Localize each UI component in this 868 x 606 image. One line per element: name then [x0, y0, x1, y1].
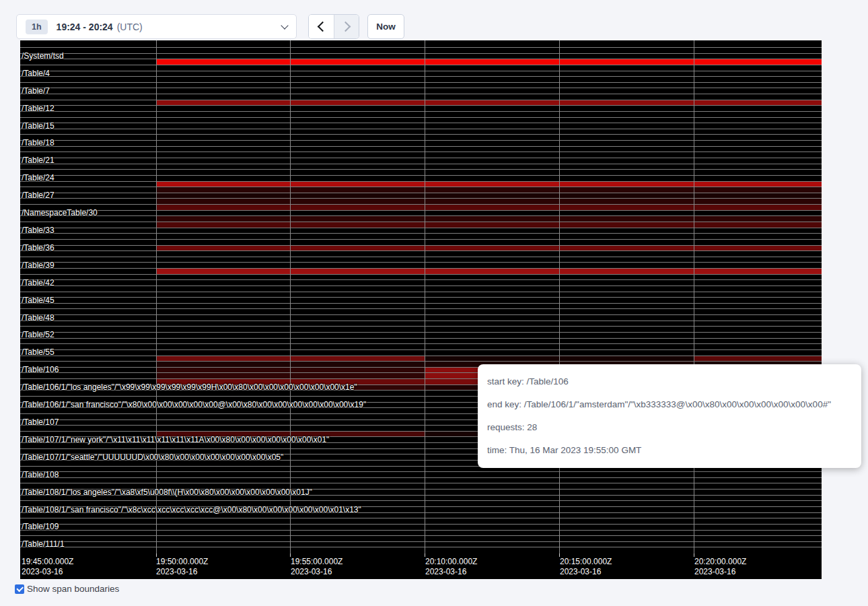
span-boundary-line	[20, 158, 822, 158]
span-boundary-line	[20, 111, 822, 112]
span-boundary-line	[20, 233, 822, 234]
span-boundary-line	[20, 477, 822, 478]
span-boundary-line	[20, 198, 822, 199]
row-key-label: /Table/7	[22, 86, 50, 96]
chevron-down-icon	[281, 22, 288, 29]
row-key-label: /Table/33	[22, 226, 55, 235]
span-boundary-line	[20, 343, 822, 344]
span-boundary-line	[20, 187, 822, 187]
row-key-label: /Table/106/1/"los angeles"/"\x99\x99\x99…	[22, 382, 357, 392]
span-boundary-line	[20, 222, 822, 222]
show-span-boundaries-checkbox[interactable]	[15, 584, 24, 594]
heatmap-band	[156, 245, 822, 251]
span-boundary-line	[20, 65, 822, 65]
chevron-left-icon	[317, 22, 328, 32]
span-boundary-line	[20, 361, 822, 362]
span-boundary-line	[20, 274, 822, 275]
row-key-label: /Table/107	[22, 417, 59, 427]
row-key-label: /System/tsd	[22, 51, 64, 61]
key-visualizer-canvas[interactable]: /System/tsd/Table/4/Table/7/Table/12/Tab…	[20, 40, 822, 579]
row-key-label: /Table/55	[22, 347, 55, 357]
axis-tick-label: 19:55:00.000Z2023-03-16	[291, 557, 342, 577]
axis-tick-label: 20:10:00.000Z2023-03-16	[425, 557, 477, 577]
row-key-label: /Table/24	[22, 173, 55, 182]
row-key-label: /Table/48	[22, 313, 55, 323]
row-key-label: /Table/107/1/"new york"/"\x11\x11\x11\x1…	[22, 435, 329, 444]
span-boundary-line	[20, 530, 822, 531]
span-boundary-line	[20, 100, 822, 100]
span-boundary-line	[20, 204, 822, 205]
span-boundary-line	[20, 94, 822, 94]
chevron-right-icon	[340, 22, 351, 32]
span-boundary-line	[20, 134, 822, 135]
span-boundary-line	[20, 297, 822, 298]
span-boundary-line	[20, 59, 822, 59]
time-range-preset-badge: 1h	[26, 20, 48, 34]
span-boundary-line	[20, 228, 822, 228]
heatmap-band	[156, 59, 822, 65]
axis-tick-label: 20:20:00.000Z2023-03-16	[694, 557, 746, 577]
span-boundary-line	[20, 53, 822, 54]
span-boundary-line	[20, 105, 822, 106]
heatmap-band	[156, 193, 822, 199]
axis-tick-label: 19:45:00.000Z2023-03-16	[22, 557, 73, 577]
row-key-label: /Table/52	[22, 330, 55, 339]
tooltip-time: time: Thu, 16 Mar 2023 19:55:00 GMT	[487, 444, 861, 457]
row-key-label: /Table/107/1/"seattle"/"UUUUUUD\x00\x80\…	[22, 452, 283, 462]
heatmap-band	[156, 187, 822, 193]
time-gridline	[290, 40, 291, 553]
span-boundary-line	[20, 349, 822, 350]
row-key-label: /Table/108/1/"san francisco"/"\x8c\xcc\x…	[22, 505, 361, 514]
span-boundary-line	[20, 268, 822, 269]
span-boundary-line	[20, 356, 822, 356]
time-gridline	[156, 40, 157, 553]
plot-area[interactable]: /System/tsd/Table/4/Table/7/Table/12/Tab…	[20, 40, 822, 553]
span-boundary-line	[20, 518, 822, 518]
now-button[interactable]: Now	[367, 14, 404, 39]
span-boundary-line	[20, 279, 822, 280]
span-boundary-line	[20, 47, 822, 48]
span-boundary-line	[20, 245, 822, 246]
span-boundary-line	[20, 483, 822, 483]
span-boundary-line	[20, 175, 822, 176]
time-range-label: 19:24 - 20:24	[57, 22, 113, 32]
span-boundaries-control: Show span boundaries	[15, 584, 119, 594]
heatmap-band	[156, 222, 822, 228]
show-span-boundaries-label: Show span boundaries	[27, 584, 119, 594]
next-range-button[interactable]	[334, 15, 359, 38]
span-boundary-line	[20, 169, 822, 170]
heatmap-band	[156, 198, 822, 204]
span-boundary-line	[20, 76, 822, 77]
span-boundary-line	[20, 303, 822, 304]
row-key-label: /Table/15	[22, 121, 55, 131]
span-boundary-line	[20, 541, 822, 542]
span-boundary-line	[20, 285, 822, 286]
span-boundary-line	[20, 314, 822, 315]
span-boundary-line	[20, 117, 822, 118]
span-boundary-line	[20, 82, 822, 83]
heatmap-band	[694, 356, 822, 362]
axis-tick-label: 20:15:00.000Z2023-03-16	[560, 557, 612, 577]
row-key-label: /Table/18	[22, 138, 55, 147]
heatmap-band	[156, 215, 822, 222]
span-boundary-line	[20, 152, 822, 152]
row-key-label: /Table/108	[22, 470, 59, 479]
previous-range-button[interactable]	[309, 15, 334, 38]
time-range-timezone: (UTC)	[117, 22, 143, 32]
span-boundary-line	[20, 308, 822, 309]
row-key-label: /NamespaceTable/30	[22, 208, 98, 217]
span-boundary-line	[20, 500, 822, 501]
time-nav-group	[308, 14, 359, 39]
time-range-selector[interactable]: 1h 19:24 - 20:24 (UTC)	[16, 14, 297, 39]
row-key-label: /Table/39	[22, 261, 55, 270]
row-key-label: /Table/45	[22, 296, 55, 305]
row-key-label: /Table/108/1/"los angeles"/"\xa8\xf5\u00…	[22, 487, 312, 497]
row-key-label: /Table/4	[22, 69, 50, 78]
time-gridline	[425, 40, 425, 553]
span-boundary-line	[20, 338, 822, 339]
time-axis: 19:45:00.000Z2023-03-1619:50:00.000Z2023…	[20, 553, 822, 579]
span-boundary-line	[20, 262, 822, 263]
heatmap-band	[156, 268, 822, 274]
row-key-label: /Table/106	[22, 365, 59, 374]
span-boundary-line	[20, 326, 822, 327]
